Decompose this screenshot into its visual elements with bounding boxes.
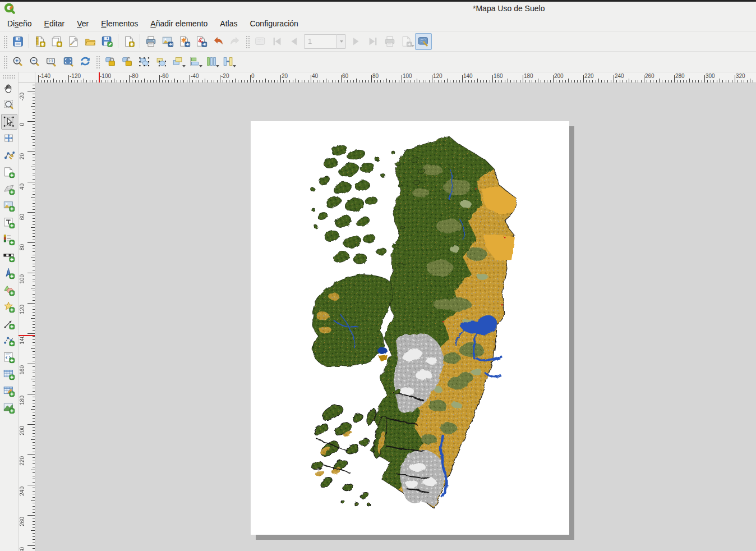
export-as-image-button[interactable] <box>159 33 176 50</box>
h-ruler-label: -80 <box>130 73 138 79</box>
toolbox-grip[interactable] <box>2 75 16 79</box>
layout-manager-icon <box>67 35 80 48</box>
add-map-tool[interactable] <box>1 164 17 180</box>
unlock-all-button[interactable] <box>119 53 136 70</box>
add-legend-tool[interactable] <box>1 232 17 247</box>
v-ruler-label: 100 <box>19 274 25 284</box>
zoom-out-button[interactable] <box>26 53 43 70</box>
layout-toolbar <box>0 31 756 52</box>
v-ruler-label: 160 <box>19 365 25 375</box>
menu-configuración[interactable]: Configuración <box>243 17 304 30</box>
zoom-actual-icon: 1:1 <box>45 56 58 68</box>
toolbar-grip[interactable] <box>95 55 100 68</box>
land-use-map[interactable] <box>308 136 517 509</box>
zoom-in-button[interactable] <box>10 53 26 70</box>
toolbar-grip[interactable] <box>3 35 8 48</box>
first-feature-button[interactable] <box>269 33 285 50</box>
land-use-map-graphic <box>308 136 517 509</box>
previous-feature-button[interactable] <box>285 33 302 50</box>
add-items-from-template-button[interactable] <box>121 33 137 50</box>
duplicate-layout-button[interactable] <box>48 33 65 50</box>
zoom-actual-button[interactable]: 1:1 <box>43 53 60 70</box>
titlebar: *Mapa Uso de Suelo <box>0 2 756 16</box>
horizontal-ruler[interactable]: -140-120-100-80-60-40-200204060801001201… <box>35 72 756 83</box>
resize-items-button[interactable] <box>220 53 237 70</box>
export-as-svg-button[interactable] <box>176 33 193 50</box>
new-layout-button[interactable] <box>31 33 48 50</box>
layout-canvas[interactable] <box>35 83 756 551</box>
distribute-items-button[interactable] <box>203 53 220 70</box>
atlas-settings-button[interactable] <box>415 33 432 50</box>
menu-atlas[interactable]: Atlas <box>214 17 243 30</box>
save-as-template-button[interactable] <box>99 33 116 50</box>
layout-page[interactable] <box>251 121 569 535</box>
atlas-settings-icon <box>417 35 430 48</box>
separator <box>29 34 29 48</box>
add-map-icon <box>3 166 15 178</box>
add-marker-tool[interactable] <box>1 299 17 315</box>
add-node-item-tool[interactable] <box>1 333 17 348</box>
zoom-full-button[interactable] <box>60 53 77 70</box>
select-move-item-tool[interactable] <box>1 114 17 130</box>
menu-diseño[interactable]: Diseño <box>1 17 38 30</box>
add-picture-icon <box>3 200 15 212</box>
duplicate-layout-icon <box>50 35 63 48</box>
pan-layout-tool[interactable] <box>1 80 17 96</box>
open-template-folder-button[interactable] <box>82 33 99 50</box>
last-feature-button[interactable] <box>365 33 381 50</box>
separator <box>140 34 140 48</box>
raise-items-button[interactable] <box>169 53 186 70</box>
ungroup-items-button[interactable] <box>153 53 169 70</box>
zoom-tool[interactable] <box>1 97 17 113</box>
print-button[interactable] <box>142 33 159 50</box>
add-arrow-tool[interactable] <box>1 316 17 332</box>
edit-nodes-item-tool[interactable] <box>1 148 17 163</box>
h-ruler-label: -40 <box>191 73 199 79</box>
toolbar-grip[interactable] <box>245 35 250 48</box>
add-html-tool[interactable] <box>1 350 17 365</box>
menu-elementos[interactable]: Elementos <box>95 17 144 30</box>
menu-añadir-elemento[interactable]: Añadir elemento <box>144 17 214 30</box>
view-toolbar: 1:1 <box>0 52 756 72</box>
v-ruler-label: -20 <box>19 93 25 100</box>
v-ruler-label: 220 <box>19 456 25 466</box>
first-feature-icon <box>271 35 283 48</box>
add-html-icon <box>3 351 15 364</box>
export-atlas-button[interactable] <box>398 33 415 50</box>
add-attribute-table-tool[interactable] <box>1 366 17 382</box>
group-items-button[interactable] <box>136 53 153 70</box>
add-fixed-table-icon <box>3 385 15 397</box>
lock-selected-items-button[interactable] <box>102 53 119 70</box>
add-elevation-profile-tool[interactable] <box>1 400 17 416</box>
preview-atlas-button[interactable] <box>252 33 269 50</box>
add-north-arrow-tool[interactable] <box>1 265 17 281</box>
export-as-pdf-button[interactable] <box>193 33 210 50</box>
move-item-content-tool[interactable] <box>1 131 17 146</box>
align-items-button[interactable] <box>186 53 203 70</box>
vertical-ruler[interactable]: -200204060801001201401601802002202402602… <box>19 83 35 551</box>
undo-button[interactable] <box>210 33 227 50</box>
add-shape-tool[interactable] <box>1 282 17 298</box>
add-picture-tool[interactable] <box>1 198 17 214</box>
menu-editar[interactable]: Editar <box>38 17 71 30</box>
h-ruler-label: -20 <box>221 73 229 79</box>
print-atlas-button[interactable] <box>381 33 398 50</box>
toolbar-grip[interactable] <box>3 55 8 68</box>
add-label-tool[interactable] <box>1 215 17 231</box>
atlas-page-combo[interactable] <box>304 34 346 49</box>
save-project-button[interactable] <box>10 33 26 50</box>
add-fixed-table-tool[interactable] <box>1 383 17 399</box>
atlas-page-dropdown[interactable] <box>336 34 346 49</box>
h-ruler-label: -140 <box>39 73 50 79</box>
atlas-page-input[interactable] <box>304 34 336 49</box>
window-title: *Mapa Uso de Suelo <box>473 4 545 13</box>
redo-button[interactable] <box>227 33 243 50</box>
layout-manager-button[interactable] <box>65 33 82 50</box>
add-scalebar-tool[interactable] <box>1 249 17 264</box>
menu-ver[interactable]: Ver <box>71 17 95 30</box>
save-as-template-icon <box>101 35 113 48</box>
next-feature-button[interactable] <box>348 33 365 50</box>
add-3d-map-tool[interactable] <box>1 181 17 197</box>
refresh-button[interactable] <box>77 53 94 70</box>
h-ruler-label: 80 <box>372 73 379 79</box>
